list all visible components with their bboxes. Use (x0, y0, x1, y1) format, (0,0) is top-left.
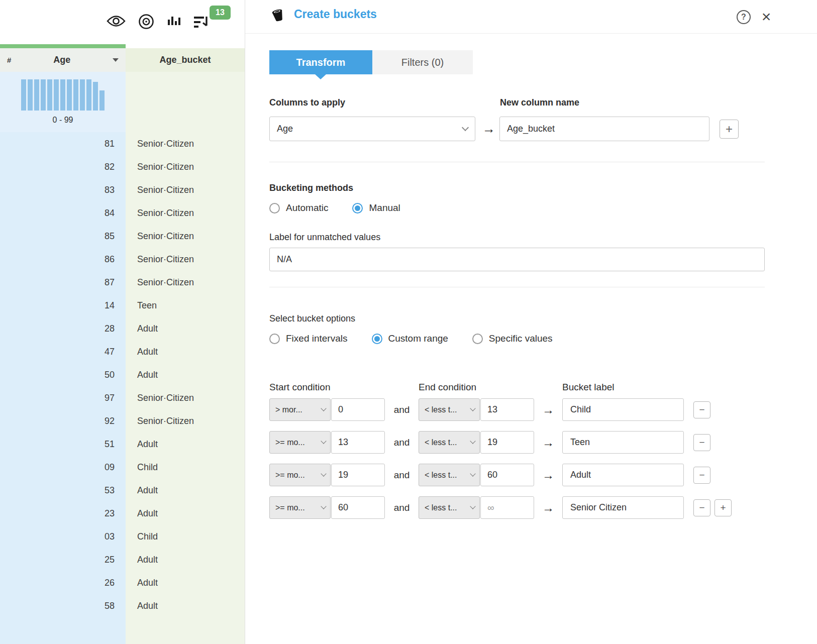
histogram-bar (80, 79, 85, 111)
add-bucket-button[interactable]: + (714, 499, 732, 516)
end-operator-select[interactable]: < less t... (419, 464, 480, 486)
remove-bucket-button[interactable]: − (693, 499, 710, 516)
columns-to-apply-select[interactable]: Age (269, 117, 475, 141)
start-operator-select[interactable]: >= mo... (269, 431, 331, 454)
bucket-label-input[interactable] (562, 431, 684, 454)
chevron-down-icon (470, 405, 475, 411)
radio-automatic[interactable]: Automatic (269, 202, 328, 213)
bucket-label-input[interactable] (562, 496, 684, 519)
age-cell: 26 (0, 571, 126, 594)
bucket-condition-row: > mor... and < less t... → − (269, 398, 732, 421)
end-operator-select[interactable]: < less t... (419, 398, 480, 421)
bucket-cell: Adult (126, 317, 245, 340)
end-value-input[interactable] (480, 431, 534, 454)
start-operator-select[interactable]: > mor... (269, 398, 331, 421)
end-operator-value: < less t... (425, 405, 457, 414)
histogram-bar (47, 79, 52, 111)
histogram-bar (93, 82, 98, 111)
radio-fixed-intervals[interactable]: Fixed intervals (269, 333, 348, 344)
table-row: 81Senior·Citizen (0, 132, 245, 155)
histogram-bar (41, 79, 46, 111)
bucket-cell: Senior·Citizen (126, 178, 245, 201)
create-buckets-panel: Create buckets ? × Transform Filters (0)… (245, 0, 817, 644)
and-label: and (385, 404, 419, 415)
end-operator-value: < less t... (425, 503, 457, 512)
histogram-bar (34, 79, 39, 111)
and-label: and (385, 470, 419, 481)
bucket-column-header[interactable]: Age_bucket (126, 44, 245, 72)
chevron-down-icon (470, 438, 475, 444)
table-row: 87Senior·Citizen (0, 271, 245, 294)
end-value-input[interactable] (480, 496, 534, 519)
bucket-cell: Senior·Citizen (126, 248, 245, 271)
close-icon[interactable]: × (758, 7, 775, 27)
unmatched-values-input[interactable] (269, 248, 765, 271)
remove-bucket-button[interactable]: − (693, 467, 710, 484)
start-value-input[interactable] (331, 398, 385, 421)
arrow-right-icon: → (534, 468, 562, 482)
bucket-label-input[interactable] (562, 464, 684, 486)
end-value-input[interactable] (480, 464, 534, 486)
steps-icon[interactable] (193, 14, 210, 31)
bucket-condition-rows: > mor... and < less t... → − >= mo... an… (269, 398, 732, 529)
bucketing-methods-radios: Automatic Manual (269, 202, 425, 213)
remove-bucket-button[interactable]: − (693, 434, 710, 451)
active-tab-notch (315, 74, 326, 79)
histogram-bar (60, 79, 65, 111)
age-cell: 28 (0, 317, 126, 340)
chevron-down-icon (321, 471, 326, 476)
grid-toolbar: 13 (0, 0, 245, 44)
radio-specific-values[interactable]: Specific values (472, 333, 553, 344)
radio-manual[interactable]: Manual (352, 202, 400, 213)
bucket-cell: Senior·Citizen (126, 271, 245, 294)
age-cell: 25 (0, 548, 126, 571)
age-cell: 85 (0, 225, 126, 248)
age-histogram[interactable]: 0 - 99 (0, 72, 126, 132)
column-menu-caret-icon[interactable] (113, 58, 119, 62)
start-value-input[interactable] (331, 496, 385, 519)
remove-bucket-button[interactable]: − (693, 401, 710, 418)
radio-icon (269, 203, 280, 213)
table-row: 47Adult (0, 340, 245, 363)
bucket-cell: Adult (126, 594, 245, 617)
add-column-button[interactable]: + (720, 120, 739, 139)
chevron-down-icon (321, 503, 326, 509)
end-operator-select[interactable]: < less t... (419, 496, 480, 519)
radio-icon (269, 334, 280, 344)
steps-count-badge: 13 (210, 6, 231, 20)
age-cell: 97 (0, 386, 126, 409)
bucket-cell: Adult (126, 363, 245, 386)
histogram-bar (54, 79, 59, 111)
end-value-input[interactable] (480, 398, 534, 421)
radio-icon (352, 203, 363, 213)
bar-chart-icon[interactable] (167, 15, 181, 28)
tab-transform[interactable]: Transform (269, 50, 372, 74)
tab-filters[interactable]: Filters (0) (372, 50, 473, 74)
target-icon[interactable] (138, 13, 155, 30)
bucket-cell: Adult (126, 548, 245, 571)
start-operator-select[interactable]: >= mo... (269, 496, 331, 519)
age-cell: 50 (0, 363, 126, 386)
radio-custom-range[interactable]: Custom range (372, 333, 448, 344)
bucket-cell: Adult (126, 571, 245, 594)
age-cell: 82 (0, 155, 126, 178)
start-value-input[interactable] (331, 464, 385, 486)
new-column-name-input[interactable] (499, 117, 709, 141)
table-row: 97Senior·Citizen (0, 386, 245, 409)
bucket-cell: Adult (126, 479, 245, 502)
histogram-bar (21, 79, 26, 111)
table-row: 50Adult (0, 363, 245, 386)
radio-icon (372, 334, 382, 344)
end-operator-select[interactable]: < less t... (419, 431, 480, 454)
bucket-condition-row: >= mo... and < less t... → − + (269, 496, 732, 519)
bucket-label-input[interactable] (562, 398, 684, 421)
bucket-cell: Adult (126, 502, 245, 525)
help-icon[interactable]: ? (737, 10, 751, 24)
age-column-header[interactable]: # Age (0, 44, 126, 72)
table-row: 03Child (0, 525, 245, 548)
age-cell: 84 (0, 201, 126, 225)
start-operator-select[interactable]: >= mo... (269, 464, 331, 486)
eye-icon[interactable] (106, 14, 126, 28)
start-value-input[interactable] (331, 431, 385, 454)
age-column-title: Age (11, 55, 113, 65)
